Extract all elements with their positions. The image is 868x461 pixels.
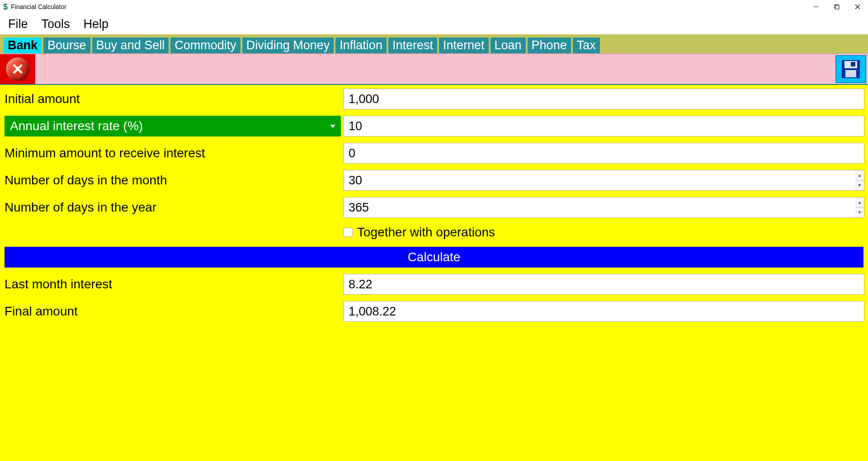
checkbox-together[interactable] (344, 228, 353, 237)
calculate-button[interactable]: Calculate (5, 247, 863, 268)
label-days-year: Number of days in the year (4, 200, 344, 215)
svg-rect-8 (845, 70, 856, 77)
row-interest-rate: Annual interest rate (%) (4, 116, 864, 136)
input-interest-rate[interactable] (344, 116, 864, 136)
save-icon (841, 59, 861, 79)
label-final-amount: Final amount (4, 304, 344, 319)
menu-tools[interactable]: Tools (40, 17, 72, 31)
window-title: Financial Calculator (11, 3, 66, 10)
row-together: Together with operations (4, 224, 864, 240)
menu-help[interactable]: Help (82, 17, 111, 31)
input-days-month[interactable] (344, 170, 855, 191)
spin-up-days-month[interactable]: ▲ (855, 170, 864, 181)
spinner-days-month: ▲ ▼ (855, 170, 864, 191)
row-initial-amount: Initial amount (4, 89, 864, 109)
label-last-month: Last month interest (4, 277, 344, 292)
tab-loan[interactable]: Loan (491, 38, 526, 53)
window-controls (806, 0, 868, 14)
svg-rect-7 (851, 62, 855, 66)
tab-strip: Bank Bourse Buy and Sell Commodity Divid… (0, 34, 868, 53)
row-final-amount: Final amount (4, 301, 864, 322)
tab-dividing-money[interactable]: Dividing Money (242, 38, 334, 53)
maximize-button[interactable] (826, 0, 847, 14)
tab-bourse[interactable]: Bourse (43, 38, 90, 53)
tab-phone[interactable]: Phone (528, 38, 571, 53)
chevron-down-icon (330, 125, 335, 128)
row-days-month: Number of days in the month ▲ ▼ (4, 170, 864, 191)
clear-button[interactable]: ✕ (0, 54, 35, 84)
menu-file[interactable]: File (6, 17, 30, 31)
output-final-amount[interactable] (344, 301, 864, 322)
tab-tax[interactable]: Tax (573, 38, 600, 53)
spin-down-days-year[interactable]: ▼ (855, 208, 864, 218)
dropdown-rate-label[interactable]: Annual interest rate (%) (5, 116, 341, 136)
input-days-year[interactable] (344, 197, 855, 218)
form-area: Initial amount Annual interest rate (%) … (0, 85, 868, 461)
svg-rect-2 (835, 5, 839, 9)
input-initial-amount[interactable] (344, 89, 864, 109)
output-last-month[interactable] (344, 274, 864, 295)
spin-down-days-month[interactable]: ▼ (855, 181, 864, 191)
toolbar: ✕ (0, 53, 868, 85)
spinner-days-year: ▲ ▼ (855, 197, 864, 218)
minimize-button[interactable] (806, 0, 826, 14)
row-days-year: Number of days in the year ▲ ▼ (4, 197, 864, 218)
row-last-month: Last month interest (4, 274, 864, 295)
app-icon: $ (2, 3, 9, 10)
spin-up-days-year[interactable]: ▲ (855, 198, 864, 208)
title-bar: $ Financial Calculator (0, 0, 868, 14)
tab-internet[interactable]: Internet (439, 38, 489, 53)
close-window-button[interactable] (847, 0, 868, 14)
dropdown-rate-text: Annual interest rate (%) (10, 119, 143, 133)
label-initial-amount: Initial amount (4, 92, 344, 106)
tab-buy-and-sell[interactable]: Buy and Sell (92, 38, 169, 53)
row-min-amount: Minimum amount to receive interest (4, 143, 864, 164)
menu-bar: File Tools Help (0, 14, 868, 34)
close-icon: ✕ (6, 57, 29, 81)
label-days-month: Number of days in the month (4, 173, 344, 188)
tab-inflation[interactable]: Inflation (335, 38, 387, 53)
label-together: Together with operations (357, 225, 495, 240)
tab-bank[interactable]: Bank (4, 38, 42, 53)
label-min-amount: Minimum amount to receive interest (4, 146, 344, 160)
tab-interest[interactable]: Interest (388, 38, 437, 53)
input-min-amount[interactable] (344, 143, 864, 164)
tab-commodity[interactable]: Commodity (170, 38, 241, 53)
save-button[interactable] (835, 55, 866, 83)
